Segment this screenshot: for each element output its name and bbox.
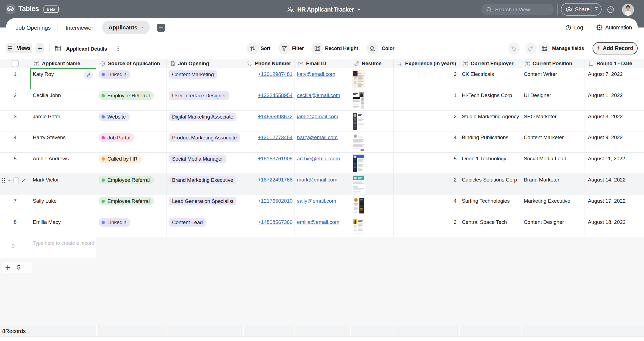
svg-text:?: ? [610,8,612,12]
